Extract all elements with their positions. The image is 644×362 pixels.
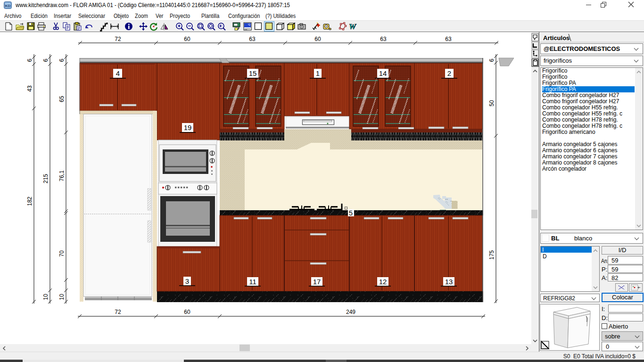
svg-text:63: 63: [249, 36, 256, 42]
svg-text:1: 1: [316, 69, 320, 77]
svg-text:10: 10: [42, 294, 49, 300]
svg-text:249: 249: [346, 309, 355, 315]
svg-text:72: 72: [115, 309, 121, 315]
svg-text:72: 72: [115, 36, 121, 42]
svg-text:6: 6: [26, 58, 33, 62]
svg-text:60: 60: [184, 309, 190, 315]
svg-text:W: W: [349, 22, 357, 31]
svg-text:182: 182: [26, 197, 33, 206]
svg-text:14: 14: [379, 69, 387, 77]
svg-text:13: 13: [445, 278, 453, 286]
svg-text:175: 175: [488, 250, 495, 260]
svg-text:43: 43: [26, 85, 33, 92]
svg-text:50: 50: [488, 100, 495, 107]
svg-text:11: 11: [249, 278, 256, 286]
svg-text:10: 10: [58, 294, 65, 300]
svg-text:15: 15: [249, 69, 257, 77]
svg-text:KD: KD: [5, 4, 11, 8]
svg-text:6: 6: [42, 58, 49, 62]
svg-text:5: 5: [349, 209, 353, 217]
svg-text:3: 3: [185, 277, 189, 285]
svg-text:63: 63: [445, 36, 452, 42]
svg-text:65: 65: [58, 96, 65, 102]
svg-text:76,1: 76,1: [58, 170, 65, 181]
svg-text:60: 60: [314, 36, 321, 42]
svg-text:60: 60: [184, 36, 190, 42]
svg-text:215: 215: [42, 174, 49, 183]
svg-text:12: 12: [379, 278, 387, 286]
svg-text:17: 17: [313, 278, 321, 286]
svg-text:70: 70: [58, 250, 65, 257]
svg-text:19: 19: [184, 123, 192, 132]
svg-text:6: 6: [488, 58, 495, 62]
svg-text:2: 2: [447, 69, 451, 77]
svg-text:6: 6: [58, 58, 65, 62]
svg-text:63: 63: [380, 36, 387, 42]
svg-text:4: 4: [116, 69, 120, 77]
